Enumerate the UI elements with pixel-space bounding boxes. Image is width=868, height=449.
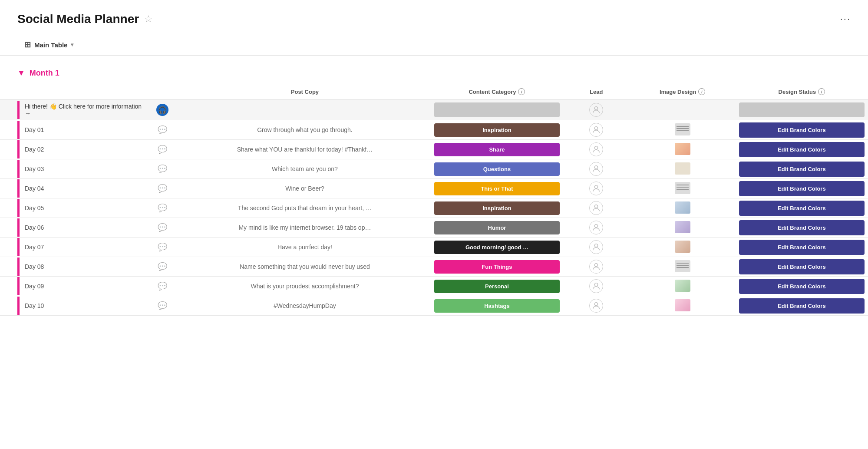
cell-image-design — [630, 140, 736, 159]
edit-brand-colors-button[interactable]: Edit Brand Colors — [739, 181, 865, 196]
edit-brand-colors-button[interactable]: Edit Brand Colors — [739, 142, 865, 157]
star-icon[interactable]: ☆ — [144, 13, 153, 25]
svg-point-7 — [595, 244, 598, 247]
headphone-icon[interactable]: 🎧 — [156, 104, 168, 116]
cell-post-copy: Grow through what you go through. — [179, 120, 431, 140]
edit-brand-colors-button[interactable]: Edit Brand Colors — [739, 279, 865, 294]
svg-point-10 — [595, 303, 598, 306]
design-status-info-icon[interactable]: i — [818, 88, 825, 95]
table-row: Day 10💬#WednesdayHumpDayHashtagsEdit Bra… — [0, 296, 868, 316]
row-name-text: Day 02 — [23, 146, 44, 153]
svg-point-5 — [595, 205, 598, 208]
col-header-design-status: Design Status i — [736, 84, 868, 100]
comment-icon[interactable]: 💬 — [158, 204, 167, 212]
main-table-tab[interactable]: ⊞ Main Table ▾ — [17, 36, 80, 55]
avatar — [589, 182, 603, 195]
content-category-badge: Questions — [434, 162, 560, 176]
cell-design-status: Edit Brand Colors — [736, 140, 868, 159]
svg-point-0 — [595, 107, 598, 110]
row-name-text: Day 06 — [23, 224, 44, 231]
image-design-info-icon[interactable]: i — [698, 88, 705, 95]
cell-design-status: Edit Brand Colors — [736, 120, 868, 140]
cell-design-status: Edit Brand Colors — [736, 296, 868, 316]
col-header-name — [0, 84, 146, 100]
row-name-text: Day 08 — [23, 263, 44, 270]
row-left-border — [17, 199, 20, 217]
edit-brand-colors-button[interactable]: Edit Brand Colors — [739, 122, 865, 138]
col-header-post-copy: Post Copy — [179, 84, 431, 100]
view-bar: ⊞ Main Table ▾ — [0, 33, 868, 56]
design-status-empty — [739, 102, 865, 117]
col-header-image-design: Image Design i — [630, 84, 736, 100]
cell-lead — [563, 179, 630, 198]
svg-point-9 — [595, 283, 598, 286]
content-category-info-icon[interactable]: i — [518, 88, 525, 95]
cell-image-design — [630, 238, 736, 257]
image-thumbnail — [675, 221, 690, 233]
row-name-text: Day 10 — [23, 302, 44, 309]
comment-icon[interactable]: 💬 — [158, 165, 167, 173]
edit-brand-colors-button[interactable]: Edit Brand Colors — [739, 162, 865, 177]
avatar — [589, 299, 603, 313]
view-tab-label: Main Table — [34, 41, 67, 49]
edit-brand-colors-button[interactable]: Edit Brand Colors — [739, 201, 865, 216]
comment-icon[interactable]: 💬 — [158, 145, 167, 154]
comment-icon[interactable]: 💬 — [158, 262, 167, 271]
cell-post-copy: The second God puts that dream in your h… — [179, 198, 431, 218]
cell-image-design — [630, 100, 736, 120]
comment-icon[interactable]: 💬 — [158, 125, 167, 134]
avatar — [589, 201, 603, 215]
comment-icon[interactable]: 💬 — [158, 184, 167, 193]
main-content: ▼ Month 1 Post Copy Content Category i — [0, 56, 868, 316]
comment-icon[interactable]: 💬 — [158, 223, 167, 232]
cell-lead — [563, 218, 630, 238]
content-category-badge: Humor — [434, 221, 560, 234]
comment-icon[interactable]: 💬 — [158, 282, 167, 291]
cell-post-copy: Name something that you would never buy … — [179, 257, 431, 277]
table-row: Day 05💬The second God puts that dream in… — [0, 198, 868, 218]
cell-image-design — [630, 218, 736, 238]
cell-comment: 💬 — [146, 140, 179, 159]
row-left-border — [17, 258, 20, 276]
cell-lead — [563, 120, 630, 140]
more-menu-icon[interactable]: ··· — [840, 13, 851, 25]
title-area: Social Media Planner ☆ — [17, 12, 153, 26]
cell-comment: 💬 — [146, 238, 179, 257]
cell-row-name: Day 05 — [0, 198, 146, 218]
edit-brand-colors-button[interactable]: Edit Brand Colors — [739, 220, 865, 235]
content-category-badge: Share — [434, 143, 560, 156]
table-row: Day 04💬Wine or Beer?This or ThatEdit Bra… — [0, 179, 868, 198]
table-icon: ⊞ — [24, 40, 31, 50]
cell-content-category: Inspiration — [431, 198, 563, 218]
cell-post-copy: Have a purrfect day! — [179, 238, 431, 257]
table-row: Day 01💬Grow through what you go through.… — [0, 120, 868, 140]
row-name-text: Day 03 — [23, 165, 44, 172]
avatar — [589, 162, 603, 176]
edit-brand-colors-button[interactable]: Edit Brand Colors — [739, 298, 865, 314]
cell-post-copy: My mind is like my internet browser. 19 … — [179, 218, 431, 238]
comment-icon[interactable]: 💬 — [158, 243, 167, 251]
image-thumbnail — [675, 182, 690, 194]
image-thumbnail — [675, 299, 690, 311]
content-category-badge: This or That — [434, 182, 560, 195]
edit-brand-colors-button[interactable]: Edit Brand Colors — [739, 240, 865, 255]
cell-image-design — [630, 257, 736, 277]
row-left-border — [17, 140, 20, 158]
group-title: Month 1 — [30, 69, 59, 78]
cell-content-category: Hashtags — [431, 296, 563, 316]
cell-comment: 💬 — [146, 159, 179, 179]
avatar — [589, 221, 603, 234]
comment-icon[interactable]: 💬 — [158, 301, 167, 310]
svg-point-4 — [595, 185, 598, 188]
cell-image-design — [630, 198, 736, 218]
edit-brand-colors-button[interactable]: Edit Brand Colors — [739, 259, 865, 274]
avatar — [589, 142, 603, 156]
row-left-border — [17, 160, 20, 178]
cell-post-copy: Wine or Beer? — [179, 179, 431, 198]
image-thumbnail — [675, 123, 690, 135]
image-thumbnail — [675, 201, 690, 214]
cell-comment: 🎧 — [146, 100, 179, 120]
group-collapse-icon[interactable]: ▼ — [17, 69, 25, 78]
cell-design-status: Edit Brand Colors — [736, 277, 868, 296]
chevron-down-icon: ▾ — [71, 42, 73, 48]
